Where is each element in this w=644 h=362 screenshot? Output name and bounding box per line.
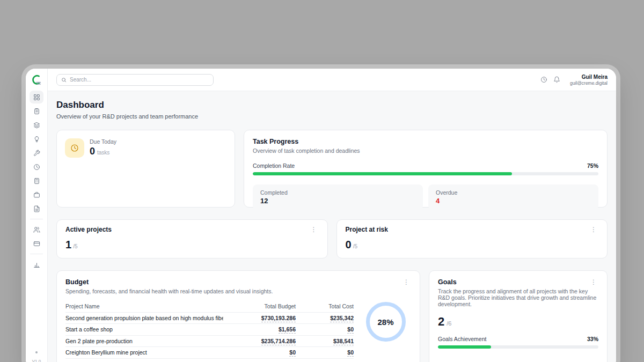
table-row[interactable]: Second generation propulsion plate based… [65, 313, 354, 324]
sidebar-item-calculator[interactable] [30, 174, 43, 187]
briefcase-icon [33, 191, 40, 198]
sidebar-item-tasks[interactable] [30, 105, 43, 117]
app-version: V1.0 [32, 359, 41, 362]
budget-usage-percent: 28% [377, 317, 393, 327]
sidebar-item-reports[interactable] [30, 258, 43, 271]
overdue-stat-box: Overdue 4 [428, 184, 598, 210]
task-progress-card: Task Progress Overview of task completio… [244, 130, 608, 208]
sidebar-item-tools[interactable] [30, 146, 43, 159]
clock-icon [33, 164, 40, 171]
goals-progress-bar [438, 345, 598, 349]
due-today-label: Due Today [90, 138, 116, 145]
completion-progress-fill [253, 172, 512, 175]
budget-table: Project Name Total Budget Total Cost Sec… [65, 301, 354, 362]
budget-subtitle: Spending, forecasts, and financial healt… [65, 288, 411, 294]
clock-icon [540, 76, 547, 83]
budget-title: Budget [65, 278, 89, 286]
history-button[interactable] [538, 73, 551, 86]
overdue-value: 4 [436, 197, 591, 205]
budget-usage-ring: 28% [366, 302, 406, 342]
sidebar-divider [30, 254, 43, 254]
project-at-risk-title: Project at risk [346, 226, 388, 233]
dashboard-content: Dashboard Overview of your R&D projects … [48, 91, 616, 362]
due-today-icon-badge [65, 138, 84, 158]
due-today-count: 0 [90, 146, 95, 157]
total-budget-value[interactable]: $0 [289, 349, 296, 357]
page-title: Dashboard [56, 100, 608, 110]
project-at-risk-card: Project at risk ⋮ 0 /5 [336, 219, 608, 258]
goals-achievement-value: 33% [587, 336, 598, 342]
active-projects-value: 1 [65, 239, 71, 251]
completion-rate-value: 75% [587, 162, 598, 169]
table-row[interactable]: Creighton Beryllium mine project $0 $0 [65, 347, 354, 359]
sidebar-item-ideas[interactable] [30, 132, 43, 145]
sidebar-status-dot [35, 351, 38, 353]
goals-value: 2 [438, 315, 444, 329]
column-total-budget: Total Budget [223, 303, 296, 309]
completed-value: 12 [260, 197, 415, 205]
total-budget-value[interactable]: $235,714.286 [261, 338, 296, 345]
kebab-menu-icon[interactable]: ⋮ [309, 226, 319, 233]
total-cost-value[interactable]: $0 [347, 326, 354, 334]
budget-card: Budget ⋮ Spending, forecasts, and financ… [56, 270, 420, 362]
sidebar-item-time[interactable] [30, 160, 43, 173]
active-projects-title: Active projects [65, 226, 112, 233]
total-budget-value[interactable]: $730,193.286 [261, 315, 296, 322]
project-at-risk-value: 0 [346, 239, 352, 251]
active-projects-card: Active projects ⋮ 1 /5 [56, 219, 328, 258]
total-cost-value[interactable]: $0 [347, 349, 354, 357]
total-cost-value[interactable]: $235,342 [330, 315, 354, 322]
creme-logo-icon [31, 73, 42, 86]
task-progress-title: Task Progress [253, 138, 598, 145]
sidebar-item-dashboard[interactable] [30, 91, 43, 104]
goals-total: /6 [447, 320, 451, 327]
sidebar: V1.0 [26, 69, 48, 362]
goals-title: Goals [438, 278, 457, 286]
document-icon [33, 205, 40, 212]
due-today-card: Due Today 0 tasks [56, 130, 235, 208]
sidebar-item-projects[interactable] [30, 119, 43, 131]
page-subtitle: Overview of your R&D projects and team p… [56, 113, 608, 120]
project-name: Creighton Beryllium mine project [65, 349, 223, 356]
project-name: Start a coffee shop [65, 326, 223, 333]
layers-icon [33, 122, 40, 129]
kebab-menu-icon[interactable]: ⋮ [589, 226, 598, 233]
search-input[interactable] [70, 77, 209, 83]
kebab-menu-icon[interactable]: ⋮ [401, 278, 411, 286]
sidebar-item-billing[interactable] [30, 237, 43, 250]
overdue-label: Overdue [436, 189, 591, 196]
goals-progress-fill [438, 345, 491, 349]
total-budget-value[interactable]: $1,656 [279, 326, 296, 334]
notifications-button[interactable] [551, 73, 564, 86]
column-project-name: Project Name [65, 303, 223, 309]
project-name: Second generation propulsion plate based… [65, 315, 223, 321]
completed-stat-box: Completed 12 [253, 184, 423, 210]
completion-progress-bar [253, 172, 598, 175]
project-name: Gen 2 plate pre-production [65, 338, 223, 344]
goals-subtitle: Track the progress and alignment of all … [438, 288, 598, 307]
user-menu[interactable]: Guil Meira guil@creme.digital [570, 74, 608, 86]
completion-rate-label: Completion Rate [253, 162, 295, 169]
bell-icon [553, 76, 560, 83]
search-box[interactable] [56, 74, 214, 86]
users-icon [33, 226, 40, 233]
wrench-icon [33, 150, 40, 157]
topbar: Guil Meira guil@creme.digital [48, 69, 616, 91]
sidebar-item-portfolio[interactable] [30, 188, 43, 201]
table-row[interactable]: Start a coffee shop $1,656 $0 [65, 324, 354, 336]
calculator-icon [33, 178, 40, 184]
goals-card: Goals ⋮ Track the progress and alignment… [429, 270, 608, 362]
sidebar-item-documents[interactable] [30, 202, 43, 215]
due-today-unit: tasks [97, 150, 109, 156]
search-icon [61, 77, 67, 83]
completed-label: Completed [260, 189, 415, 196]
sidebar-divider [30, 219, 43, 219]
active-projects-total: /5 [73, 243, 77, 249]
total-cost-value[interactable]: $38,541 [333, 338, 354, 345]
sidebar-item-team[interactable] [30, 223, 43, 236]
table-row[interactable]: Gen 2 plate pre-production $235,714.286 … [65, 336, 354, 348]
task-progress-subtitle: Overview of task completion and deadline… [253, 147, 598, 154]
user-email: guil@creme.digital [570, 80, 608, 86]
app-window: V1.0 Guil Meira guil@creme.digital Dashb… [26, 69, 616, 362]
kebab-menu-icon[interactable]: ⋮ [589, 278, 598, 286]
